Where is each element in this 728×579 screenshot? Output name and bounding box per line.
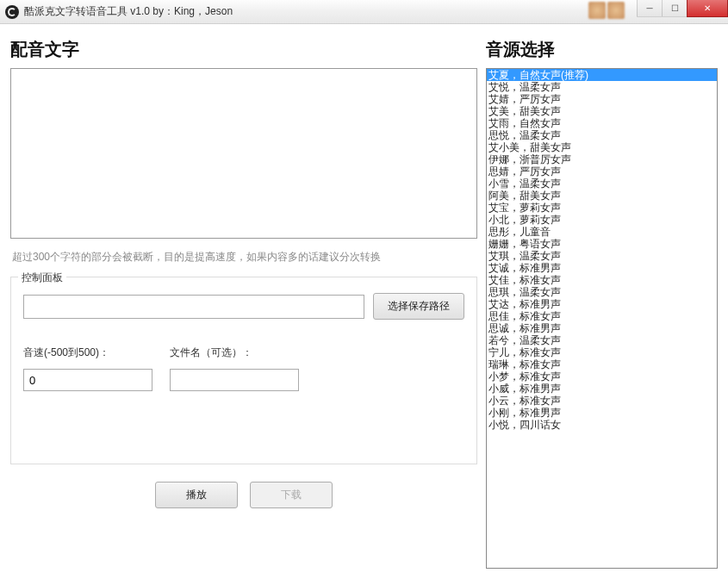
voice-item[interactable]: 思彤，儿童音 [487,226,717,238]
speed-label: 音速(-500到500)： [23,346,152,360]
voice-item[interactable]: 艾琪，温柔女声 [487,250,717,262]
app-icon [5,5,19,19]
close-button[interactable]: ✕ [687,0,728,17]
play-button[interactable]: 播放 [155,482,238,508]
voice-item[interactable]: 小雪，温柔女声 [487,177,717,190]
voice-item[interactable]: 小悦，四川话女 [487,419,717,431]
voice-item[interactable]: 艾小美，甜美女声 [487,141,717,153]
voice-item[interactable]: 宁儿，标准女声 [487,346,717,358]
voice-item[interactable]: 小梦，标准女声 [487,370,717,383]
minimize-button[interactable]: ─ [637,0,663,17]
titlebar-decor [588,2,625,19]
filename-input[interactable] [170,369,299,391]
voice-item[interactable]: 思悦，温柔女声 [487,129,717,141]
voice-source-heading: 音源选择 [486,38,718,61]
voice-item[interactable]: 思佳，标准女声 [487,310,717,322]
voice-item[interactable]: 艾达，标准男声 [487,298,717,310]
voice-item[interactable]: 小北，萝莉女声 [487,214,717,226]
voice-item[interactable]: 艾美，甜美女声 [487,105,717,117]
voice-item[interactable]: 艾宝，萝莉女声 [487,202,717,214]
voice-item[interactable]: 艾诚，标准男声 [487,262,717,274]
voice-source-listbox[interactable]: 艾夏，自然女声(推荐)艾悦，温柔女声艾婧，严厉女声艾美，甜美女声艾雨，自然女声思… [486,68,718,569]
voice-item[interactable]: 艾悦，温柔女声 [487,81,717,93]
voice-item[interactable]: 若兮，温柔女声 [487,334,717,346]
dub-text-heading: 配音文字 [10,38,477,61]
dub-text-input[interactable] [10,68,477,239]
choose-path-button[interactable]: 选择保存路径 [373,293,464,320]
voice-item[interactable]: 小刚，标准男声 [487,407,717,419]
titlebar: 酷派克文字转语音工具 v1.0 by：King，Jeson ─ ☐ ✕ [0,0,728,24]
voice-item[interactable]: 艾婧，严厉女声 [487,93,717,105]
voice-item[interactable]: 艾夏，自然女声(推荐) [487,69,717,81]
voice-item[interactable]: 瑞琳，标准女声 [487,358,717,370]
truncation-hint: 超过300个字符的部分会被截断，目的是提高速度，如果内容多的话建议分次转换 [12,250,477,265]
maximize-button[interactable]: ☐ [662,0,688,17]
voice-item[interactable]: 伊娜，浙普厉女声 [487,153,717,165]
voice-item[interactable]: 小云，标准女声 [487,395,717,407]
voice-item[interactable]: 小威，标准男声 [487,383,717,395]
window-controls: ─ ☐ ✕ [638,0,728,17]
save-path-input[interactable] [23,295,364,319]
control-panel: 控制面板 选择保存路径 音速(-500到500)： 文件名（可选）： [10,277,477,464]
voice-item[interactable]: 思琪，温柔女声 [487,286,717,298]
control-panel-legend: 控制面板 [18,271,66,285]
voice-item[interactable]: 思诚，标准男声 [487,322,717,334]
voice-item[interactable]: 艾雨，自然女声 [487,117,717,129]
voice-item[interactable]: 思婧，严厉女声 [487,165,717,177]
voice-item[interactable]: 阿美，甜美女声 [487,190,717,202]
filename-label: 文件名（可选）： [170,346,299,360]
download-button[interactable]: 下载 [250,482,333,508]
voice-item[interactable]: 姗姗，粤语女声 [487,238,717,250]
speed-input[interactable] [23,369,152,391]
window-title: 酷派克文字转语音工具 v1.0 by：King，Jeson [24,4,233,19]
voice-item[interactable]: 艾佳，标准女声 [487,274,717,286]
